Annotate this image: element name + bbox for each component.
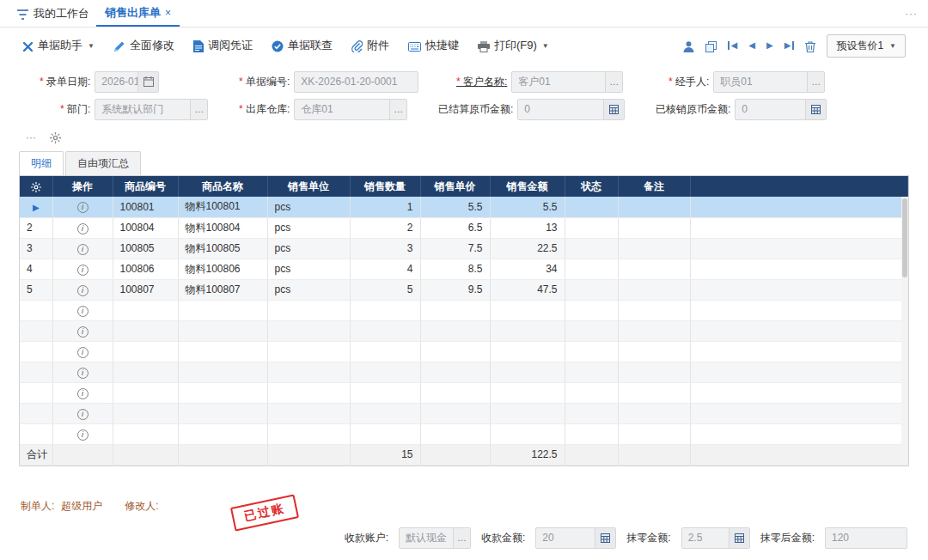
row-number-cell[interactable]: 4: [20, 259, 52, 279]
next-record-icon[interactable]: [766, 41, 773, 50]
filter-icon[interactable]: [17, 7, 28, 20]
trash-icon[interactable]: [805, 39, 815, 52]
empty-row[interactable]: [20, 382, 908, 403]
last-record-icon[interactable]: [785, 41, 795, 50]
table-row[interactable]: 3 100805 物料100805 pcs 3 7.5 22.5: [20, 238, 908, 259]
row-info-icon[interactable]: [77, 326, 89, 338]
cell-qty[interactable]: 3: [350, 238, 420, 259]
cell-unit[interactable]: pcs: [267, 279, 350, 300]
cell-unit[interactable]: pcs: [267, 217, 350, 238]
handler-input[interactable]: 职员01: [713, 71, 825, 93]
table-row[interactable]: 5 100807 物料100807 pcs 5 9.5 47.5: [20, 279, 908, 300]
cell-amount[interactable]: 13: [490, 217, 565, 238]
department-input[interactable]: 系统默认部门: [95, 99, 208, 120]
cell-code[interactable]: 100804: [113, 217, 178, 238]
row-info-icon[interactable]: [77, 244, 89, 255]
cell-qty[interactable]: 2: [350, 217, 420, 238]
cell-note[interactable]: [618, 259, 690, 279]
cell-code[interactable]: 100806: [113, 259, 178, 279]
cell-price[interactable]: 9.5: [420, 279, 490, 300]
cell-name[interactable]: 物料100801: [178, 197, 267, 217]
receipt-account-lookup-icon[interactable]: [453, 528, 470, 548]
row-info-icon[interactable]: [77, 202, 89, 213]
row-number-cell[interactable]: 3: [20, 238, 52, 259]
table-row[interactable]: 100801 物料100801 pcs 1 5.5 5.5: [20, 197, 908, 217]
cell-note[interactable]: [618, 238, 690, 259]
user-icon[interactable]: [683, 39, 694, 52]
row-info-icon[interactable]: [77, 409, 89, 420]
view-voucher-button[interactable]: 调阅凭证: [193, 38, 253, 53]
calculator-icon[interactable]: [729, 528, 749, 548]
gear-icon[interactable]: [31, 180, 41, 192]
entry-date-input[interactable]: 2026-01-20: [95, 71, 159, 93]
empty-row[interactable]: [20, 320, 908, 341]
after-rounding-amount-input[interactable]: 120: [825, 527, 907, 549]
row-info-icon[interactable]: [77, 285, 89, 296]
first-record-icon[interactable]: [728, 41, 738, 50]
row-op-cell[interactable]: [52, 197, 113, 217]
row-info-icon[interactable]: [77, 306, 89, 317]
cell-status[interactable]: [565, 217, 618, 238]
cell-amount[interactable]: 5.5: [490, 197, 565, 217]
cell-code[interactable]: 100801: [113, 197, 178, 217]
row-number-cell[interactable]: 2: [20, 217, 52, 238]
doc-no-input[interactable]: XK-2026-01-20-0001: [294, 71, 418, 93]
settled-amount-input[interactable]: 0: [517, 99, 625, 120]
cell-price[interactable]: 7.5: [420, 238, 490, 259]
cell-unit[interactable]: pcs: [267, 238, 350, 259]
tab-sales-outbound-order[interactable]: 销售出库单 ×: [96, 0, 180, 27]
cell-status[interactable]: [565, 259, 618, 279]
doc-linkcheck-button[interactable]: 单据联查: [272, 38, 333, 53]
empty-row[interactable]: [20, 423, 908, 444]
handler-lookup-icon[interactable]: [807, 72, 824, 92]
preset-price-dropdown[interactable]: 预设售价1: [827, 34, 906, 58]
row-info-icon[interactable]: [77, 429, 89, 441]
row-info-icon[interactable]: [77, 388, 89, 399]
writtenoff-amount-input[interactable]: 0: [735, 99, 827, 120]
tab-detail[interactable]: 明细: [19, 151, 64, 175]
cell-qty[interactable]: 5: [350, 279, 420, 300]
cell-unit[interactable]: pcs: [267, 259, 350, 279]
row-indicator-cell[interactable]: [20, 197, 52, 217]
expand-fields-icon[interactable]: ···: [26, 131, 36, 143]
customer-lookup-icon[interactable]: [605, 72, 622, 92]
tab-my-workbench[interactable]: 我的工作台: [10, 0, 96, 27]
cell-qty[interactable]: 4: [350, 259, 420, 279]
warehouse-lookup-icon[interactable]: [389, 100, 406, 119]
vertical-scrollbar[interactable]: [901, 197, 908, 465]
hotkeys-button[interactable]: 快捷键: [408, 38, 459, 53]
customer-label-link[interactable]: 客户名称:: [456, 75, 507, 89]
cell-status[interactable]: [565, 197, 618, 217]
empty-row[interactable]: [20, 300, 908, 320]
table-row[interactable]: 4 100806 物料100806 pcs 4 8.5 34: [20, 259, 908, 279]
warehouse-input[interactable]: 仓库01: [294, 99, 407, 120]
cell-amount[interactable]: 34: [490, 259, 565, 279]
cell-amount[interactable]: 47.5: [490, 279, 565, 300]
receipt-amount-input[interactable]: 20: [535, 527, 616, 549]
attachment-button[interactable]: 附件: [351, 38, 389, 53]
cell-code[interactable]: 100807: [113, 279, 178, 300]
scrollbar-thumb[interactable]: [902, 198, 907, 277]
cell-price[interactable]: 5.5: [420, 197, 490, 217]
cell-status[interactable]: [565, 279, 618, 300]
row-number-cell[interactable]: 5: [20, 279, 52, 300]
cell-unit[interactable]: pcs: [267, 197, 350, 217]
row-op-cell[interactable]: [52, 217, 113, 238]
cell-note[interactable]: [618, 279, 690, 300]
table-row[interactable]: 2 100804 物料100804 pcs 2 6.5 13: [20, 217, 908, 238]
cell-price[interactable]: 8.5: [420, 259, 490, 279]
print-button[interactable]: 打印(F9): [478, 38, 549, 53]
cell-code[interactable]: 100805: [113, 238, 178, 259]
cell-price[interactable]: 6.5: [420, 217, 490, 238]
department-lookup-icon[interactable]: [190, 100, 207, 119]
tab-close-icon[interactable]: ×: [165, 7, 171, 19]
row-info-icon[interactable]: [77, 223, 89, 234]
row-op-cell[interactable]: [52, 238, 113, 259]
row-info-icon[interactable]: [77, 347, 89, 358]
row-op-cell[interactable]: [52, 259, 113, 279]
grid-settings-header[interactable]: [20, 176, 52, 197]
doc-assistant-button[interactable]: 单据助手: [22, 38, 95, 53]
cell-name[interactable]: 物料100804: [178, 217, 267, 238]
tabbar-more-icon[interactable]: ···: [905, 8, 918, 20]
previous-record-icon[interactable]: [748, 41, 755, 50]
